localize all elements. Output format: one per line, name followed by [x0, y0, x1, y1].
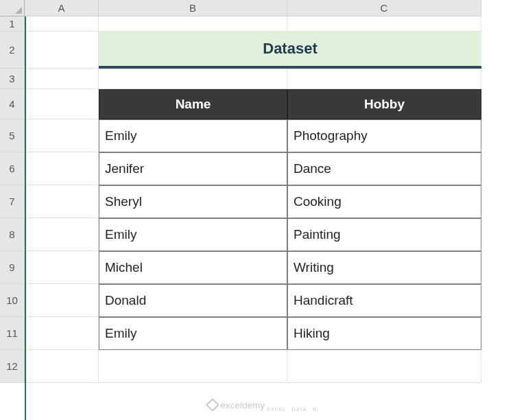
table-cell-hobby[interactable]: Handicraft: [287, 284, 481, 317]
watermark-brand: exceldemy: [220, 400, 265, 410]
select-all-corner[interactable]: [0, 0, 25, 16]
row-header-10[interactable]: 10: [0, 284, 25, 317]
cell-C12[interactable]: [287, 350, 481, 383]
col-header-C[interactable]: C: [287, 0, 481, 16]
cell-A7[interactable]: [25, 185, 99, 218]
cell-C3[interactable]: [287, 69, 481, 89]
table-cell-name[interactable]: Donald: [99, 284, 287, 317]
row-header-7[interactable]: 7: [0, 185, 25, 218]
row-header-1[interactable]: 1: [0, 16, 25, 32]
col-header-B[interactable]: B: [99, 0, 287, 16]
watermark-logo-icon: [206, 398, 219, 412]
dataset-title-banner: Dataset: [99, 32, 481, 69]
cell-A4[interactable]: [25, 89, 99, 119]
row-header-3[interactable]: 3: [0, 69, 25, 89]
watermark-tagline: EXCEL · DATA · BI: [267, 407, 318, 412]
cell-C1[interactable]: [287, 16, 481, 32]
table-cell-hobby[interactable]: Writing: [287, 251, 481, 284]
row-header-11[interactable]: 11: [0, 317, 25, 350]
cell-A9[interactable]: [25, 251, 99, 284]
table-cell-name[interactable]: Emily: [99, 218, 287, 251]
table-cell-name[interactable]: Emily: [99, 317, 287, 350]
table-cell-name[interactable]: Emily: [99, 119, 287, 152]
cell-A12[interactable]: [25, 350, 99, 383]
cell-A2[interactable]: [25, 32, 99, 69]
table-cell-name[interactable]: Jenifer: [99, 152, 287, 185]
table-cell-name[interactable]: Sheryl: [99, 185, 287, 218]
row-header-8[interactable]: 8: [0, 218, 25, 251]
selection-indicator: [25, 16, 26, 420]
table-cell-hobby[interactable]: Painting: [287, 218, 481, 251]
table-cell-hobby[interactable]: Photography: [287, 119, 481, 152]
table-cell-hobby[interactable]: Dance: [287, 152, 481, 185]
table-cell-name[interactable]: Michel: [99, 251, 287, 284]
row-header-5[interactable]: 5: [0, 119, 25, 152]
row-header-12[interactable]: 12: [0, 350, 25, 383]
row-header-9[interactable]: 9: [0, 251, 25, 284]
cell-A6[interactable]: [25, 152, 99, 185]
cell-B1[interactable]: [99, 16, 287, 32]
cell-A8[interactable]: [25, 218, 99, 251]
cell-A5[interactable]: [25, 119, 99, 152]
watermark: exceldemyEXCEL · DATA · BI: [207, 400, 318, 410]
table-cell-hobby[interactable]: Cooking: [287, 185, 481, 218]
cell-A10[interactable]: [25, 284, 99, 317]
col-header-A[interactable]: A: [25, 0, 99, 16]
cell-A11[interactable]: [25, 317, 99, 350]
cell-A1[interactable]: [25, 16, 99, 32]
table-header-name: Name: [99, 89, 287, 119]
table-cell-hobby[interactable]: Hiking: [287, 317, 481, 350]
row-header-6[interactable]: 6: [0, 152, 25, 185]
cell-B3[interactable]: [99, 69, 287, 89]
row-header-4[interactable]: 4: [0, 89, 25, 119]
cell-A3[interactable]: [25, 69, 99, 89]
cell-B12[interactable]: [99, 350, 287, 383]
row-header-2[interactable]: 2: [0, 32, 25, 69]
table-header-hobby: Hobby: [287, 89, 481, 119]
